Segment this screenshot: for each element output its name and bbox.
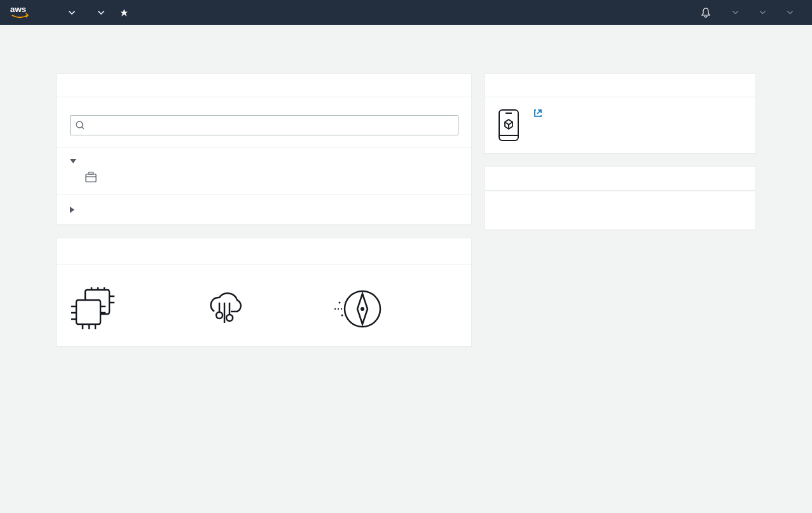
chevron-down-icon <box>787 11 793 14</box>
learn-more-link[interactable] <box>531 109 542 118</box>
external-link-icon <box>500 209 509 218</box>
svg-rect-5 <box>88 172 93 174</box>
all-services-toggle[interactable] <box>70 207 458 213</box>
solution-ec2[interactable] <box>70 277 195 333</box>
learn-more-link[interactable] <box>498 209 743 218</box>
stay-connected-card <box>485 73 756 154</box>
all-services-section <box>57 195 471 224</box>
cloud-deploy-icon <box>202 287 327 333</box>
svg-point-28 <box>338 302 340 304</box>
region-menu[interactable] <box>747 0 774 25</box>
top-navbar: aws <box>0 0 812 25</box>
external-link-icon <box>533 109 542 118</box>
search-icon <box>76 121 85 130</box>
explore-item-body <box>498 209 743 218</box>
find-services-input[interactable] <box>90 120 453 130</box>
mobile-phone-icon <box>498 109 520 142</box>
explore-aws-card <box>485 167 756 230</box>
triangle-down-icon <box>70 159 76 164</box>
chevron-down-icon <box>733 11 738 14</box>
svg-point-22 <box>226 315 233 321</box>
recent-service-item <box>70 164 458 183</box>
pin-icon[interactable] <box>113 8 135 17</box>
compass-icon <box>333 287 458 333</box>
svg-point-26 <box>361 307 364 311</box>
find-services-section <box>57 97 471 147</box>
chevron-down-icon <box>98 11 104 15</box>
s3-icon <box>85 172 97 183</box>
cpu-icon <box>70 287 195 333</box>
svg-point-21 <box>216 312 223 318</box>
account-menu[interactable] <box>720 0 747 25</box>
svg-rect-3 <box>86 174 96 182</box>
stay-connected-body <box>531 109 542 118</box>
svg-line-2 <box>82 127 84 129</box>
svg-text:aws: aws <box>10 5 26 14</box>
chevron-down-icon <box>69 11 75 15</box>
build-solution-card <box>57 238 472 346</box>
find-services-search[interactable] <box>70 115 458 135</box>
recently-visited-toggle[interactable] <box>70 159 458 164</box>
page-title <box>57 25 756 73</box>
notifications-icon[interactable] <box>692 8 720 18</box>
resource-groups-menu[interactable] <box>84 0 113 25</box>
aws-services-card <box>57 73 472 225</box>
triangle-right-icon <box>70 207 75 213</box>
svg-point-1 <box>76 121 83 128</box>
svg-point-29 <box>341 315 343 317</box>
explore-item-sagemaker <box>485 191 755 229</box>
solution-beanstalk[interactable] <box>202 277 327 333</box>
solution-lightsail[interactable] <box>333 277 458 333</box>
support-menu[interactable] <box>774 0 802 25</box>
aws-logo[interactable]: aws <box>10 5 36 20</box>
svg-rect-7 <box>76 300 100 324</box>
recently-visited-section <box>57 147 471 195</box>
chevron-down-icon <box>760 11 766 14</box>
services-menu[interactable] <box>55 0 84 25</box>
